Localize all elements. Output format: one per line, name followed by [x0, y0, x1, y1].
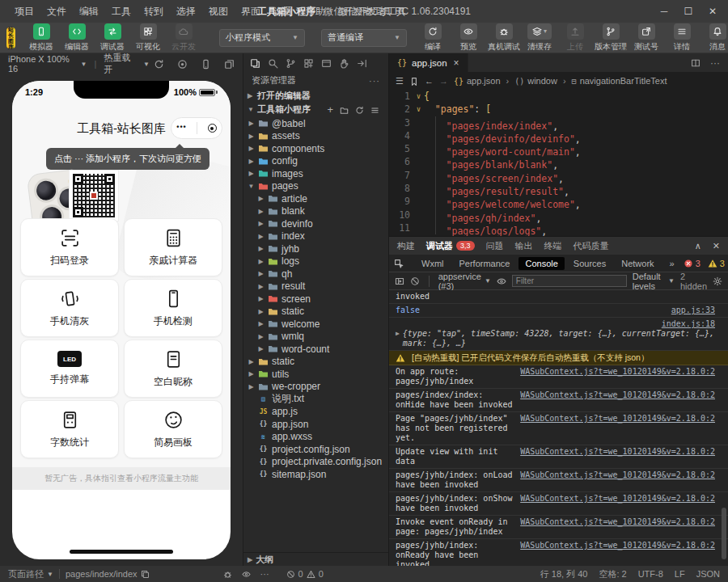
tree-item-20[interactable]: ▶utils — [243, 368, 388, 381]
toolbar-compile-button[interactable]: 编译 — [415, 23, 451, 53]
copy-icon[interactable] — [141, 569, 150, 580]
tree-item-0[interactable]: ▶@babel — [243, 117, 388, 130]
code-line-3[interactable]: 3"pages/index/index", — [389, 116, 728, 129]
tree-item-16[interactable]: ▶welcome — [243, 318, 388, 331]
tree-item-10[interactable]: ▶jyhb — [243, 242, 388, 255]
source-link[interactable]: app.js:33 — [671, 306, 715, 315]
debugger-tab-4[interactable]: 终端 — [544, 240, 562, 252]
close-icon[interactable]: ✕ — [700, 2, 725, 21]
toolbar-list-button[interactable]: 详情 — [664, 23, 700, 53]
devtools-tab-network[interactable]: Network — [615, 257, 660, 270]
tree-item-21[interactable]: ▶we-cropper — [243, 381, 388, 394]
indentation[interactable]: 空格: 2 — [599, 568, 626, 580]
new-folder-icon[interactable] — [340, 104, 349, 115]
tree-item-27[interactable]: {}project.private.config.json — [243, 456, 388, 469]
code-line-9[interactable]: 9"pages/welcome/welcome", — [389, 195, 728, 208]
console-log-row[interactable]: Invoke event onReady in page: pages/jyhb… — [389, 516, 728, 539]
tree-item-7[interactable]: ▶blank — [243, 205, 388, 218]
source-link[interactable]: WASubContext.js?t=we_10120149&v=2.18.0:2 — [520, 367, 715, 377]
debugger-tab-0[interactable]: 构建 — [397, 240, 415, 252]
toolbar-phone-button[interactable]: 模拟器 — [23, 23, 59, 53]
fold-chevron-icon[interactable]: ∨ — [413, 103, 424, 116]
console-log-row[interactable]: index.js:18▶{type: "tap", timeStamp: 432… — [389, 318, 728, 351]
chevron-down-icon[interactable]: ▼ — [81, 61, 87, 68]
source-link[interactable]: WASubContext.js?t=we_10120149&v=2.18.0:2 — [520, 414, 715, 424]
project-section[interactable]: ▼ 工具箱小程序 + — [243, 103, 388, 116]
code-line-4[interactable]: 4"pages/devinfo/devinfo", — [389, 129, 728, 142]
code-line-8[interactable]: 8"pages/result/result", — [389, 182, 728, 195]
inspect-element-icon[interactable] — [394, 258, 404, 268]
code-area[interactable]: 1∨{2∨ "pages": [3"pages/index/index",4"p… — [389, 90, 728, 234]
miniapp-card-7[interactable]: 简易画板 — [124, 400, 222, 458]
open-editors-section[interactable]: ▶ 打开的编辑器 — [243, 89, 388, 103]
avatar[interactable]: 站长图库 — [6, 27, 15, 48]
more-icon[interactable]: ··· — [710, 57, 720, 69]
toolbar-bug-button[interactable]: 真机调试 — [486, 23, 522, 53]
activity-grid-button[interactable] — [303, 57, 314, 68]
console-log-row[interactable]: pages/index/index: onHide have been invo… — [389, 389, 728, 412]
devtools-tab-performance[interactable]: Performance — [453, 257, 517, 270]
menu-item-2[interactable]: 编辑 — [73, 5, 105, 19]
activity-search-button[interactable] — [268, 57, 278, 68]
filter-input[interactable] — [512, 275, 627, 287]
console-sidebar-icon[interactable] — [395, 276, 404, 286]
tree-item-9[interactable]: ▶index — [243, 230, 388, 243]
tree-item-11[interactable]: ▶logs — [243, 255, 388, 268]
clear-console-icon[interactable] — [410, 276, 420, 286]
console-log-row[interactable]: Update view with init dataWASubContext.j… — [389, 445, 728, 469]
sim-refresh-button[interactable] — [154, 58, 164, 70]
collapse-all-icon[interactable] — [370, 104, 379, 115]
source-link[interactable]: WASubContext.js?t=we_10120149&v=2.18.0:2 — [520, 541, 715, 550]
menu-item-10[interactable]: 微信开发者工具 — [332, 5, 413, 19]
tree-item-23[interactable]: JSapp.js — [243, 406, 388, 419]
levels-select[interactable]: Default levels ▼ — [633, 272, 675, 291]
miniapp-card-4[interactable]: LED手持弹幕 — [20, 340, 119, 398]
breadcrumb-item-1[interactable]: ()window — [514, 76, 557, 86]
page-path-select[interactable]: 页面路径 ▼ — [8, 568, 53, 580]
menu-item-3[interactable]: 工具 — [105, 5, 138, 19]
code-line-7[interactable]: 7"pages/screen/index", — [389, 169, 728, 182]
close-icon[interactable]: ✕ — [713, 241, 720, 251]
sim-phone-button[interactable] — [201, 58, 211, 70]
tree-item-13[interactable]: ▶result — [243, 280, 388, 293]
source-link[interactable]: WASubContext.js?t=we_10120149&v=2.18.0:2 — [520, 517, 715, 527]
miniapp-card-0[interactable]: 扫码登录 — [20, 218, 119, 276]
activity-plugr-button[interactable] — [357, 57, 367, 68]
maximize-icon[interactable]: ☐ — [676, 2, 700, 21]
debugger-tab-1[interactable]: 调试器3,3 — [426, 240, 475, 252]
console-scrollbar[interactable] — [722, 508, 726, 559]
cursor-position[interactable]: 行 18, 列 40 — [540, 568, 588, 580]
toolbar-grid-button[interactable]: 可视化 — [130, 23, 166, 53]
forward-icon[interactable]: → — [439, 76, 448, 86]
eye-icon[interactable] — [497, 276, 506, 286]
tree-item-14[interactable]: ▶screen — [243, 293, 388, 306]
source-link[interactable]: WASubContext.js?t=we_10120149&v=2.18.0:2 — [520, 447, 715, 457]
fold-chevron-icon[interactable]: ∨ — [413, 90, 424, 103]
code-line-1[interactable]: 1∨{ — [389, 90, 728, 103]
toolbar-eye-button[interactable]: 预览 — [451, 23, 486, 53]
device-select[interactable]: iPhone X 100% 16 — [8, 54, 77, 74]
tree-item-4[interactable]: ▶images — [243, 167, 388, 180]
console-log-row[interactable]: Page "pages/jyhb/index" has not been reg… — [389, 412, 728, 445]
toolbar-bell-button[interactable]: 消息 — [700, 23, 728, 53]
debugger-tab-2[interactable]: 问题 — [486, 240, 504, 252]
tree-item-12[interactable]: ▶qh — [243, 268, 388, 280]
sim-multiwin-button[interactable] — [224, 58, 235, 70]
miniapp-capsule[interactable]: ••• — [171, 117, 222, 139]
split-editor-icon[interactable] — [691, 57, 700, 69]
menu-item-9[interactable]: 帮助 — [299, 5, 332, 19]
source-link[interactable]: WASubContext.js?t=we_10120149&v=2.18.0:2 — [520, 390, 715, 400]
encoding[interactable]: UTF-8 — [638, 569, 663, 579]
tree-item-18[interactable]: ▶word-count — [243, 343, 388, 356]
console-error-count[interactable]: 3 — [684, 259, 700, 268]
source-link[interactable]: WASubContext.js?t=we_10120149&v=2.18.0:2 — [520, 470, 715, 480]
debugger-tab-5[interactable]: 代码质量 — [574, 240, 609, 252]
menu-item-6[interactable]: 视图 — [202, 5, 235, 19]
toolbar-swap-button[interactable]: 调试器 — [95, 23, 130, 53]
mode-select[interactable]: 小程序模式▼ — [219, 29, 305, 47]
source-link[interactable]: WASubContext.js?t=we_10120149&v=2.18.0:2 — [520, 494, 715, 504]
tree-item-2[interactable]: ▶components — [243, 142, 388, 155]
tree-item-5[interactable]: ▼pages — [243, 180, 388, 193]
breadcrumb-item-0[interactable]: {}app.json — [454, 76, 501, 86]
problem-counts[interactable]: 0 0 — [286, 569, 324, 580]
